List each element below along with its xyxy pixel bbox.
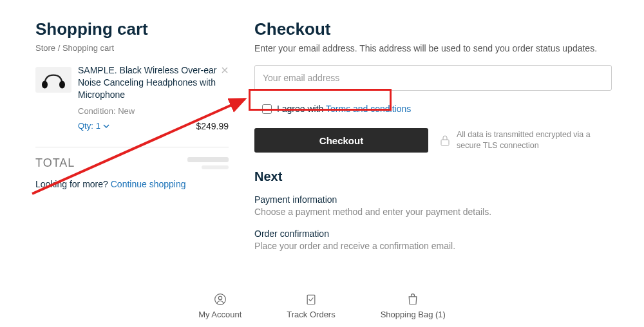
- step-confirmation: Order confirmation Place your order and …: [254, 229, 612, 251]
- svg-rect-6: [307, 295, 315, 304]
- footer-shopping-bag[interactable]: Shopping Bag (1): [381, 293, 446, 319]
- footer-label: Track Orders: [287, 310, 335, 319]
- bag-icon: [406, 293, 419, 306]
- footer-label: Shopping Bag (1): [381, 310, 446, 319]
- footer-nav: My Account Track Orders Shopping Bag (1): [0, 293, 644, 319]
- headphones-icon: [39, 70, 68, 89]
- breadcrumb: Store / Shopping cart: [35, 43, 229, 53]
- chevron-down-icon: [103, 123, 109, 129]
- footer-label: My Account: [198, 310, 242, 319]
- svg-point-1: [59, 81, 65, 89]
- terms-agree-row: I agree with Terms and conditions: [254, 97, 419, 120]
- remove-item-button[interactable]: [221, 66, 229, 76]
- terms-checkbox[interactable]: [262, 104, 272, 114]
- step-desc: Choose a payment method and enter your p…: [254, 207, 612, 217]
- breadcrumb-separator: /: [58, 43, 61, 53]
- product-condition: Condition: New: [78, 106, 229, 116]
- total-amount-loading: [187, 157, 229, 169]
- breadcrumb-store-link[interactable]: Store: [35, 43, 55, 53]
- checkout-heading: Checkout: [254, 19, 612, 39]
- checkout-button[interactable]: Checkout: [254, 128, 428, 153]
- quantity-selector[interactable]: Qty: 1: [78, 121, 109, 131]
- clipboard-check-icon: [305, 293, 317, 306]
- lock-icon: [440, 135, 450, 146]
- email-input[interactable]: [254, 65, 612, 91]
- svg-point-5: [218, 296, 222, 299]
- checkout-subtitle: Enter your email address. This address w…: [254, 43, 612, 53]
- qty-value: 1: [96, 121, 100, 131]
- svg-rect-2: [441, 140, 449, 145]
- step-desc: Place your order and receive a confirmat…: [254, 241, 612, 251]
- product-thumbnail[interactable]: [35, 67, 71, 93]
- next-heading: Next: [254, 169, 612, 184]
- secure-note-text: All data is transmitted encrypted via a …: [457, 129, 594, 151]
- product-title[interactable]: SAMPLE. Black Wireless Over-ear Noise Ca…: [78, 64, 229, 101]
- product-price: $249.99: [196, 121, 229, 131]
- cart-item: SAMPLE. Black Wireless Over-ear Noise Ca…: [35, 64, 229, 142]
- close-icon: [221, 66, 229, 74]
- total-label: TOTAL: [35, 156, 75, 170]
- continue-prefix: Looking for more?: [35, 179, 111, 189]
- secure-note: All data is transmitted encrypted via a …: [440, 129, 594, 151]
- agree-prefix: I agree with: [277, 104, 326, 114]
- svg-point-0: [42, 81, 48, 89]
- footer-track-orders[interactable]: Track Orders: [287, 293, 335, 319]
- cart-heading: Shopping cart: [35, 19, 229, 39]
- continue-shopping-line: Looking for more? Continue shopping: [35, 179, 229, 189]
- step-payment: Payment information Choose a payment met…: [254, 194, 612, 217]
- step-title: Payment information: [254, 194, 612, 205]
- continue-shopping-link[interactable]: Continue shopping: [111, 179, 186, 189]
- terms-link[interactable]: Terms and conditions: [326, 104, 411, 114]
- breadcrumb-current: Shopping cart: [62, 43, 114, 53]
- user-icon: [214, 293, 227, 306]
- divider: [35, 147, 229, 147]
- footer-my-account[interactable]: My Account: [198, 293, 242, 319]
- qty-label: Qty:: [78, 121, 93, 131]
- step-title: Order confirmation: [254, 229, 612, 239]
